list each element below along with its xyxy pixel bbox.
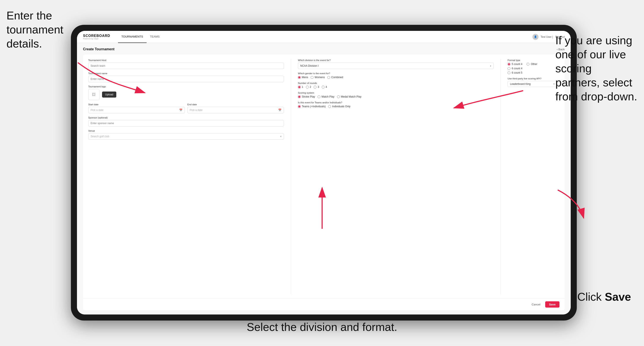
live-scoring-value: Leaderboard King [510,82,530,85]
rounds-1-radio[interactable] [298,86,301,88]
format-5count4-radio[interactable] [508,63,510,66]
tablet-screen: SCOREBOARD Powered by clippt TOURNAMENTS… [77,31,571,315]
format-6count5-radio[interactable] [508,71,510,74]
live-scoring-field-group: Use third-party live scoring API? Leader… [508,77,560,87]
rounds-options: 1 2 3 [298,85,494,88]
annotation-click-save: Click Save [577,290,631,304]
middle-column: Which division is the event for? NCAA Di… [298,59,494,294]
gender-mens[interactable]: Mens [298,76,308,79]
format-6count5-label: 6 count 5 [512,71,522,74]
save-button[interactable]: Save [545,301,560,308]
start-date-input[interactable]: Pick a date 📅 [88,107,185,113]
venue-label: Venue [88,130,284,132]
app-logo-title: SCOREBOARD [83,34,110,38]
rounds-3-radio[interactable] [314,86,316,88]
page-title: Create Tournament [83,47,114,51]
tablet-device: SCOREBOARD Powered by clippt TOURNAMENTS… [71,25,577,321]
division-value: NCAA Division I [300,64,319,67]
scoring-medal-match-play-label: Medal Match Play [341,95,362,98]
gender-womens[interactable]: Womens [311,76,325,79]
scoring-label: Scoring system [298,92,494,94]
format-other[interactable]: Other [526,63,537,66]
teams-option-radio[interactable] [298,105,301,108]
upload-button[interactable]: Upload [102,92,116,98]
individuals-option-radio[interactable] [328,105,331,108]
individuals-option-label: Individuals Only [332,105,350,108]
scoring-stroke-play-radio[interactable] [298,95,301,98]
scoring-match-play[interactable]: Match Play [318,95,334,98]
format-6count4[interactable]: 6 count 4 [508,67,522,70]
teams-options: Teams (+Individuals) Individuals Only [298,105,494,108]
division-chevron-icon: ▾ [490,65,491,67]
scoring-stroke-play-label: Stroke Play [302,95,315,98]
rounds-4[interactable]: 4 [322,85,327,88]
divider-2 [500,59,501,294]
divider-1 [291,59,291,294]
annotation-live-scoring: If you are using one of our live scoring… [555,33,638,104]
calendar-icon-end: 📅 [278,109,282,112]
gender-options: Mens Womens Combined [298,76,494,79]
venue-placeholder: Search golf club [90,135,109,138]
gender-mens-radio[interactable] [298,76,301,79]
end-date-label: End date [188,103,284,106]
nav-tabs: TOURNAMENTS TEAMS [118,31,163,43]
teams-field: Is this event for Teams and/or Individua… [298,101,494,108]
scoring-options: Stroke Play Match Play Medal Match Play [298,95,494,98]
nav-tab-teams[interactable]: TEAMS [146,31,163,43]
nav-tab-tournaments[interactable]: TOURNAMENTS [118,31,146,43]
scoring-match-play-radio[interactable] [318,95,320,98]
format-other-radio[interactable] [526,63,530,66]
right-column: Format type 5 count 4 6 count [508,59,560,294]
date-row: Start date Pick a date 📅 End date Pick a… [88,103,284,113]
sponsor-input[interactable] [88,120,284,127]
logo-preview: 🖼 [88,89,100,100]
end-date-placeholder: Pick a date [190,109,202,112]
tournament-host-label: Tournament Host [88,59,284,61]
left-column: Tournament Host Tournament name Tourname… [88,59,284,294]
cancel-button[interactable]: Cancel [529,301,543,308]
venue-select[interactable]: Search golf club ▾ [88,133,284,140]
gender-womens-radio[interactable] [311,76,314,79]
gender-combined-radio[interactable] [327,76,330,79]
rounds-1[interactable]: 1 [298,85,303,88]
tournament-host-input[interactable] [88,63,284,69]
rounds-2-label: 2 [310,85,311,88]
scoring-medal-match-play-radio[interactable] [337,95,340,98]
rounds-3[interactable]: 3 [314,85,319,88]
end-date-field: End date Pick a date 📅 [188,103,284,113]
rounds-2-radio[interactable] [306,86,309,88]
app-logo-sub: Powered by clippt [83,38,110,40]
format-5count4[interactable]: 5 count 4 [508,63,522,66]
content-area: Create Tournament ‹ Back Tournament Host… [77,43,571,315]
end-date-input[interactable]: Pick a date 📅 [188,107,284,113]
rounds-2[interactable]: 2 [306,85,311,88]
form-columns: Tournament Host Tournament name Tourname… [83,55,565,299]
format-5count4-label: 5 count 4 [512,63,522,66]
sponsor-field: Sponsor (optional) [88,116,284,127]
tournament-name-input[interactable] [88,76,284,82]
format-6count4-radio[interactable] [508,67,510,70]
division-label: Which division is the event for? [298,59,494,61]
live-scoring-select[interactable]: Leaderboard King ✕ ▾ [508,81,560,87]
individuals-option[interactable]: Individuals Only [328,105,350,108]
annotation-division-format: Select the division and format. [247,320,397,334]
teams-option[interactable]: Teams (+Individuals) [298,105,326,108]
scoring-medal-match-play[interactable]: Medal Match Play [337,95,362,98]
format-type-field: Format type 5 count 4 6 count [508,59,560,74]
form-body: Tournament Host Tournament name Tourname… [83,55,565,310]
rounds-4-radio[interactable] [322,86,324,88]
gender-combined[interactable]: Combined [327,76,343,79]
teams-label: Is this event for Teams and/or Individua… [298,101,494,104]
teams-option-label: Teams (+Individuals) [302,105,326,108]
live-scoring-clear-icon[interactable]: ✕ [553,83,555,85]
start-date-placeholder: Pick a date [90,109,103,112]
app-nav: SCOREBOARD Powered by clippt TOURNAMENTS… [77,31,571,43]
format-6count5[interactable]: 6 count 5 [508,71,522,74]
annotation-tournament-details: Enter the tournament details. [6,9,80,51]
rounds-field: Number of rounds 1 2 [298,82,494,88]
gender-field: Which gender is the event for? Mens Wome… [298,72,494,79]
calendar-icon-start: 📅 [179,109,182,112]
scoring-stroke-play[interactable]: Stroke Play [298,95,315,98]
tournament-name-field: Tournament name [88,72,284,82]
division-select[interactable]: NCAA Division I ▾ [298,63,494,69]
